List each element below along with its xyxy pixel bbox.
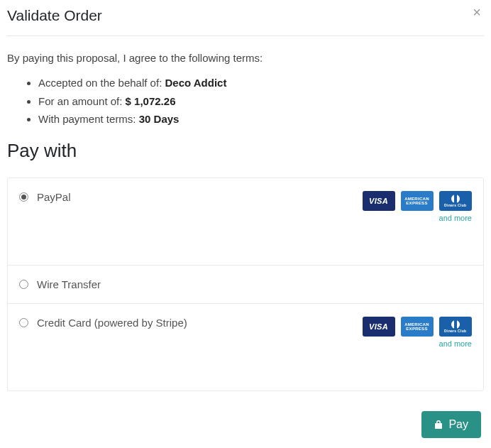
agree-text: By paying this proposal, I agree to the …: [7, 52, 484, 64]
amex-card-icon: AMERICANEXPRESS: [401, 191, 434, 211]
term-payment: With payment terms: 30 Days: [38, 110, 484, 129]
and-more-link[interactable]: and more: [439, 214, 472, 222]
payment-radio[interactable]: [19, 280, 28, 289]
close-icon[interactable]: ×: [473, 4, 481, 21]
payment-option-label: PayPal: [37, 191, 354, 203]
payment-radio[interactable]: [19, 318, 28, 327]
visa-card-icon: VISA: [363, 191, 395, 211]
payment-option[interactable]: Credit Card (powered by Stripe) VISA AME…: [8, 304, 483, 390]
term-amount: For an amount of: $ 1,072.26: [38, 92, 484, 111]
visa-card-icon: VISA: [363, 317, 395, 337]
term-payment-label: With payment terms:: [38, 113, 139, 125]
divider: [7, 35, 484, 36]
payment-option-label: Wire Transfer: [37, 278, 472, 290]
term-accepted-label: Accepted on the behalf of:: [38, 77, 165, 89]
terms-list: Accepted on the behalf of: Deco Addict F…: [7, 74, 484, 129]
diners-card-icon: Diners Club: [439, 191, 472, 211]
pay-button-label: Pay: [448, 418, 468, 431]
and-more-link[interactable]: and more: [439, 339, 472, 348]
payment-radio[interactable]: [19, 192, 28, 202]
pay-with-heading: Pay with: [7, 140, 484, 162]
diners-card-icon: Diners Club: [439, 317, 472, 337]
pay-button[interactable]: Pay: [421, 411, 481, 438]
amex-card-icon: AMERICANEXPRESS: [401, 317, 434, 337]
term-amount-value: $ 1,072.26: [126, 95, 176, 107]
term-amount-label: For an amount of:: [38, 95, 126, 107]
payment-option-label: Credit Card (powered by Stripe): [37, 317, 354, 329]
payment-option[interactable]: Wire Transfer: [8, 266, 483, 304]
lock-icon: [434, 420, 443, 430]
payment-option[interactable]: PayPal VISA AMERICANEXPRESS Diners Club …: [8, 178, 483, 266]
modal-title: Validate Order: [7, 7, 484, 24]
term-accepted: Accepted on the behalf of: Deco Addict: [38, 74, 484, 92]
term-accepted-value: Deco Addict: [165, 77, 226, 89]
term-payment-value: 30 Days: [139, 113, 180, 125]
payment-options: PayPal VISA AMERICANEXPRESS Diners Club …: [7, 177, 484, 391]
